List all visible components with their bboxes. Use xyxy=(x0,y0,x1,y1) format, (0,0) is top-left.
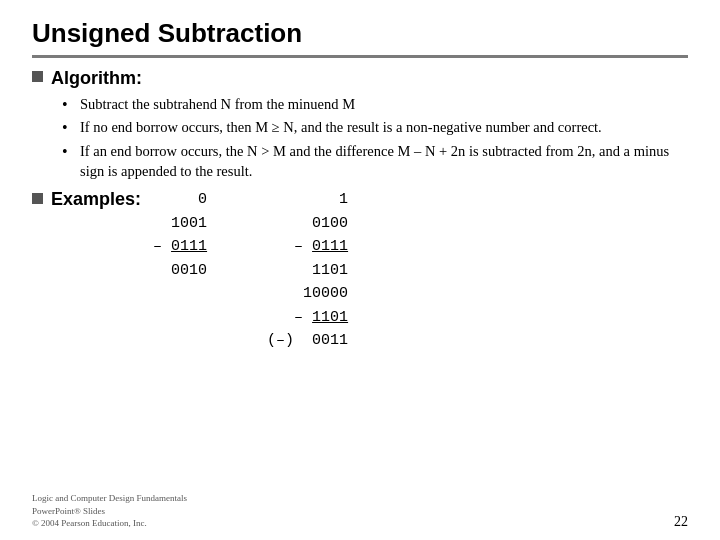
algorithm-bullet-3: If an end borrow occurs, the N > M and t… xyxy=(62,141,688,182)
page-title: Unsigned Subtraction xyxy=(32,18,688,49)
examples-col2: 1 0100 – 0111 1101 10000 – 1101 (–) 0011 xyxy=(267,189,348,353)
page-number: 22 xyxy=(674,514,688,530)
examples-bullet-icon xyxy=(32,193,43,204)
col1-row0: 0 xyxy=(198,189,207,212)
footer-line1: Logic and Computer Design Fundamentals xyxy=(32,492,187,505)
col2-row5-num: 1101 xyxy=(312,309,348,326)
col1-row1: 1001 xyxy=(171,213,207,236)
examples-label-container: Examples: xyxy=(32,189,141,210)
col1-row2-num: 0111 xyxy=(171,238,207,255)
footer-line2: PowerPoint® Slides xyxy=(32,505,187,518)
algorithm-bullet-icon xyxy=(32,71,43,82)
col1-row2: – 0111 xyxy=(153,236,207,259)
algorithm-title: Algorithm: xyxy=(51,68,142,89)
col1-row3: 0010 xyxy=(171,260,207,283)
footer: Logic and Computer Design Fundamentals P… xyxy=(32,492,187,530)
algorithm-bullet-list: Subtract the subtrahend N from the minue… xyxy=(62,94,688,181)
col2-row4: 10000 xyxy=(303,283,348,306)
col2-row2: – 0111 xyxy=(294,236,348,259)
col2-row1: 0100 xyxy=(312,213,348,236)
examples-title: Examples: xyxy=(51,189,141,210)
examples-col1: 0 1001 – 0111 0010 xyxy=(153,189,207,353)
col2-row3: 1101 xyxy=(312,260,348,283)
algorithm-bullet-2: If no end borrow occurs, then M ≥ N, and… xyxy=(62,117,688,137)
examples-columns: 0 1001 – 0111 0010 1 0100 – 0111 1101 10… xyxy=(153,189,348,353)
page: Unsigned Subtraction Algorithm: Subtract… xyxy=(0,0,720,540)
divider xyxy=(32,55,688,58)
footer-line3: © 2004 Pearson Education, Inc. xyxy=(32,517,187,530)
algorithm-header: Algorithm: xyxy=(32,68,688,89)
algorithm-bullet-1: Subtract the subtrahend N from the minue… xyxy=(62,94,688,114)
algorithm-section: Algorithm: Subtract the subtrahend N fro… xyxy=(32,68,688,181)
col2-row6: (–) 0011 xyxy=(267,330,348,353)
col2-row5: – 1101 xyxy=(294,307,348,330)
col2-row2-num: 0111 xyxy=(312,238,348,255)
examples-section: Examples: 0 1001 – 0111 0010 1 0100 – 01… xyxy=(32,189,688,353)
col2-row0: 1 xyxy=(339,189,348,212)
